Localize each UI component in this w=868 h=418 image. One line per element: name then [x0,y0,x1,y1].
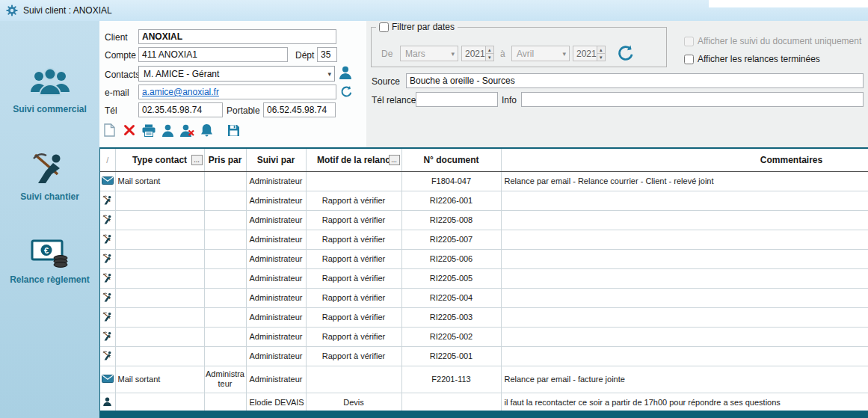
cell-type-contact [115,210,204,230]
add-contact-button[interactable] [160,123,176,139]
col-motif-label: Motif de la relanc [317,155,390,165]
cell-suivi-par: Administrateur [246,307,306,327]
tel-relance-input[interactable] [416,92,498,107]
table-row[interactable]: AdministrateurRapport à vérifierRI2205-0… [100,327,868,346]
sidebar-item-suivi-commercial[interactable]: Suivi commercial [13,66,87,114]
table-row[interactable]: AdministrateurRapport à vérifierRI2205-0… [100,210,868,230]
gear-icon [6,4,18,16]
to-month-select[interactable]: Avril ▾ [511,46,570,61]
email-field[interactable]: a.amice@anoxial.fr [138,84,336,99]
sidebar-item-suivi-chantier[interactable]: Suivi chantier [20,152,79,202]
money-icon: € [31,239,70,270]
compte-label: Compte [105,50,136,61]
spin-up-icon[interactable]: ▴ [597,46,605,53]
table-row[interactable]: AdministrateurRapport à vérifierRI2205-0… [100,288,868,307]
table-row[interactable]: AdministrateurRapport à vérifierRI2205-0… [100,230,868,249]
client-input[interactable] [138,29,336,44]
cell-pris-par [204,171,246,191]
table-row[interactable]: Mail sortantAdministrateurF1804-047Relan… [100,171,868,191]
save-button[interactable] [226,123,241,139]
spin-up-icon[interactable]: ▴ [486,46,493,53]
cell-motif: Devis [306,393,401,412]
from-year-spinner[interactable]: 2021 ▴▾ [461,46,494,61]
table-row[interactable]: AdministrateurRapport à vérifierRI2205-0… [100,249,868,268]
spinner-buttons: ▴▾ [485,46,493,61]
window-corner [709,0,868,7]
cell-motif: Rapport à vérifier [306,249,401,268]
spin-down-icon[interactable]: ▾ [597,53,605,61]
cell-type-contact [115,268,204,288]
table-row[interactable]: Elodie DEVAISDevisil faut la recontacter… [100,393,868,412]
portable-input[interactable] [263,102,336,117]
source-input[interactable] [406,73,864,88]
mail-icon [100,171,115,191]
table-row[interactable]: AdministrateurRapport à vérifierRI2205-0… [100,346,868,366]
cell-motif: Rapport à vérifier [306,191,401,210]
table-row[interactable]: AdministrateurRapport à vérifierRI2205-0… [100,268,868,288]
remove-contact-button[interactable] [179,123,195,139]
show-finished-checkbox-row: Afficher les relances terminées [684,54,820,64]
client-form-panel: Client Compte Dépt Contacts M. AMICE - G… [99,21,366,147]
contact-person-icon[interactable] [338,65,353,80]
tel-input[interactable] [138,102,223,117]
cell-commentaires [501,268,868,288]
cell-suivi-par: Elodie DEVAIS [246,393,306,412]
corner-header[interactable]: / [100,149,115,171]
col-document[interactable]: N° document [401,149,501,171]
cell-motif: Rapport à vérifier [306,307,401,327]
col-commentaires-label: Commentaires [760,155,822,165]
cell-motif: Rapport à vérifier [306,268,401,288]
new-item-button[interactable] [102,123,117,139]
cell-motif [306,171,401,191]
sidebar-item-label: Relance règlement [10,274,90,285]
col-motif[interactable]: Motif de la relanc ... [306,149,401,171]
to-year-value: 2021 [573,46,597,61]
bottom-bar[interactable] [99,411,868,418]
col-commentaires[interactable]: Commentaires [501,149,868,171]
refresh-icon[interactable] [339,84,354,99]
show-finished-checkbox[interactable] [684,55,694,64]
col-pris-par-label: Pris par [209,155,242,165]
sidebar: Suivi commercial Suivi chantier € [0,21,99,418]
cell-document: RI2205-003 [401,307,501,327]
col-suivi-par[interactable]: Suivi par [246,149,306,171]
spin-down-icon[interactable]: ▾ [486,53,493,61]
worker-icon [100,307,115,327]
sidebar-item-relance-reglement[interactable]: € Relance règlement [10,239,90,285]
cell-pris-par [204,268,246,288]
compte-input[interactable] [138,47,288,62]
table-row[interactable]: Mail sortantAdministrateurAdministrateur… [100,366,868,393]
sidebar-item-label: Suivi commercial [13,104,87,114]
reminder-bell-button[interactable] [199,123,215,139]
print-button[interactable] [141,123,156,139]
cell-commentaires: Relance par email - Relance courrier - C… [501,171,868,191]
col-pris-par[interactable]: Pris par [204,149,246,171]
delete-button[interactable] [121,123,137,139]
from-month-select[interactable]: Mars ▾ [400,46,458,61]
client-label: Client [105,32,128,43]
type-contact-filter-button[interactable]: ... [191,155,203,165]
email-link[interactable]: a.amice@anoxial.fr [142,87,219,97]
cell-document: RI2205-002 [401,327,501,346]
cell-suivi-par: Administrateur [246,210,306,230]
to-label: à [500,49,505,59]
cell-document: RI2205-004 [401,288,501,307]
motif-filter-button[interactable]: ... [389,155,400,165]
cell-pris-par [204,230,246,249]
contacts-select[interactable]: M. AMICE - Gérant ▾ [138,66,335,82]
dept-input[interactable] [317,47,337,62]
table-row[interactable]: AdministrateurRapport à vérifierRI2206-0… [100,191,868,210]
to-year-spinner[interactable]: 2021 ▴▾ [573,46,606,61]
info-input[interactable] [521,92,864,107]
cell-document [401,393,501,412]
cell-type-contact: Mail sortant [115,366,204,393]
cell-pris-par [204,210,246,230]
cell-type-contact [115,191,204,210]
table-row[interactable]: AdministrateurRapport à vérifierRI2205-0… [100,307,868,327]
refresh-dates-icon[interactable] [616,43,635,63]
worker-icon [100,230,115,249]
show-document-checkbox[interactable] [684,37,694,46]
col-type-contact[interactable]: Type contact ... [115,149,204,171]
col-type-contact-label: Type contact [132,155,187,165]
filter-dates-checkbox[interactable] [379,22,389,32]
